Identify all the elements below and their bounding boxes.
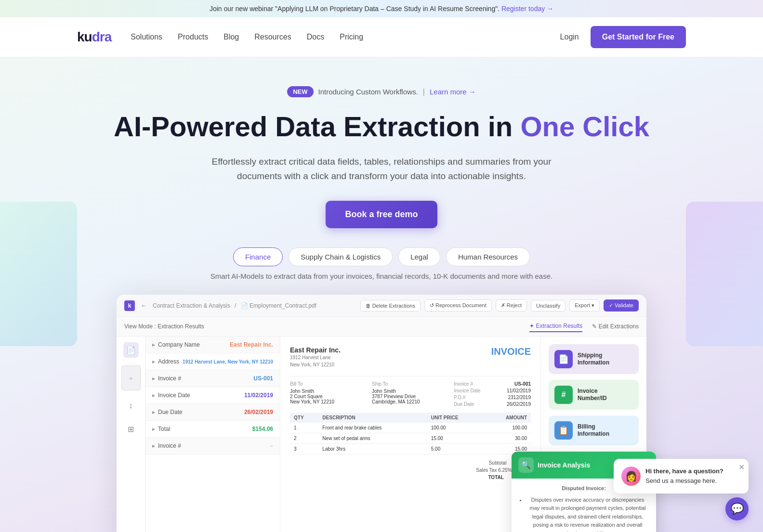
invoice-meta-block: Invoice # US-001 Invoice Date 11/02/2019… <box>454 381 531 407</box>
subtotal-row: Subtotal 145.00 <box>290 459 531 467</box>
row1-qty: 1 <box>290 423 318 433</box>
result-card-billing: 📋 BillingInformation <box>549 415 639 445</box>
nav-links: Solutions Products Blog Resources Docs P… <box>131 33 363 41</box>
invoice-num-label: Invoice # <box>454 381 473 387</box>
tab-supply-chain[interactable]: Supply Chain & Logistics <box>289 247 393 266</box>
sidebar-arrow-icon[interactable]: ↕ <box>123 398 139 414</box>
field-value-invoice-date: 11/02/2019 <box>244 392 273 399</box>
export-btn[interactable]: Export ▾ <box>569 299 600 311</box>
invoice-num-icon: # <box>554 386 573 404</box>
invoice-divider <box>290 376 531 376</box>
col-qty: QTY <box>290 413 318 423</box>
chat-line2: Send us a message here. <box>645 477 717 484</box>
field-value-invoice-id: – <box>270 442 273 449</box>
unclassify-btn[interactable]: Unclassify <box>531 300 566 311</box>
left-sidebar: 📄 ▤ ↕ ⊞ <box>117 337 145 532</box>
heading-main: AI-Powered Data Extraction in <box>114 111 513 142</box>
subtotal-label: Subtotal <box>489 460 507 466</box>
field-value-due-date: 26/02/2019 <box>244 409 273 415</box>
sidebar-layers-icon[interactable]: ⊞ <box>123 421 139 437</box>
learn-more-link[interactable]: Learn more → <box>430 88 476 96</box>
field-label-invoice-id: Invoice # <box>152 442 181 449</box>
card-header: k ← Contract Extraction & Analysis / 📄 E… <box>117 295 646 317</box>
card-subheader: View Mode : Extraction Results ✦ Extract… <box>117 317 646 337</box>
nav-back-icon[interactable]: ← <box>141 302 147 309</box>
due-date-val: 26/02/2019 <box>507 402 531 407</box>
top-banner: Join our new webinar "Applying LLM on Pr… <box>0 0 763 17</box>
field-label-address: Address <box>152 358 179 365</box>
result-card-shipping: 📄 ShippingInformation <box>549 344 639 374</box>
nav-products[interactable]: Products <box>178 33 208 41</box>
result-card-invoice-num: # InvoiceNumber/ID <box>549 380 639 410</box>
nav-blog[interactable]: Blog <box>224 33 239 41</box>
tab-legal[interactable]: Legal <box>398 247 440 266</box>
bill-to-title: Bill To <box>290 381 367 387</box>
tab-finance[interactable]: Finance <box>233 247 283 266</box>
chat-line1: Hi there, have a question? <box>645 467 724 475</box>
analysis-bullet-1: Disputes over invoice accuracy or discre… <box>526 496 649 532</box>
analysis-bullets: Disputes over invoice accuracy or discre… <box>518 496 649 532</box>
invoice-date-label: Invoice Date <box>454 388 481 393</box>
field-value-address: 1912 Harvest Lane, New York, NY 12210 <box>183 359 273 364</box>
due-date-label: Due Date <box>454 402 474 407</box>
ship-to-title: Ship To <box>372 381 449 387</box>
chat-close-button[interactable]: ✕ <box>738 463 745 472</box>
nav-left: kudra Solutions Products Blog Resources … <box>77 29 363 45</box>
tab-edit-extractions[interactable]: ✎ Edit Extractions <box>592 321 639 332</box>
field-label-invoice-num: Invoice # <box>152 375 181 382</box>
extraction-row-total: Total $154.06 <box>145 421 280 438</box>
tab-extraction-results[interactable]: ✦ Extraction Results <box>529 321 582 332</box>
po-val: 2312/2019 <box>508 395 531 400</box>
col-unit-price: UNIT PRICE <box>427 413 484 423</box>
shipping-label: ShippingInformation <box>578 352 609 367</box>
row2-unit: 15.00 <box>427 433 484 444</box>
validate-btn[interactable]: ✓ Validate <box>604 299 639 311</box>
field-label-total: Total <box>152 426 170 432</box>
badge-row: NEW Introducing Custom Workflows. | Lear… <box>77 86 686 97</box>
extraction-row-address: Address 1912 Harvest Lane, New York, NY … <box>145 353 280 370</box>
table-row: 2 New set of pedal arms 15.00 30.00 <box>290 433 531 444</box>
billing-icon: 📋 <box>554 421 573 440</box>
hero-heading: AI-Powered Data Extraction in One Click <box>77 111 686 143</box>
banner-link[interactable]: Register today → <box>501 5 553 13</box>
breadcrumb-2: Employment_Contract.pdf <box>250 302 316 309</box>
book-demo-button[interactable]: Book a free demo <box>326 201 437 228</box>
login-button[interactable]: Login <box>560 33 579 41</box>
hero-subtext: Effortlessly extract critical data field… <box>208 155 555 184</box>
delete-extractions-btn[interactable]: 🗑 Delete Extractions <box>360 300 421 311</box>
col-amount: AMOUNT <box>484 413 531 423</box>
tab-human-resources[interactable]: Human Resources <box>446 247 530 266</box>
invoice-totals: Subtotal 145.00 Sales Tax 6.25% 9.06 TOT… <box>290 459 531 481</box>
sidebar-doc-icon[interactable]: 📄 <box>123 342 139 358</box>
deco-left <box>0 202 77 346</box>
reject-btn[interactable]: ✗ Reject <box>496 299 527 311</box>
new-badge: NEW <box>287 86 313 97</box>
bill-to-block: Bill To John Smith2 Court SquareNew York… <box>290 381 367 407</box>
extraction-row-invoice-date: Invoice Date 11/02/2019 <box>145 387 280 404</box>
nav-docs[interactable]: Docs <box>307 33 324 41</box>
analysis-search-icon: 🔍 <box>518 457 534 473</box>
bill-to-value: John Smith2 Court SquareNew York, NY 122… <box>290 389 367 404</box>
field-label-company: Company Name <box>152 341 200 348</box>
invoice-num-val: US-001 <box>514 381 531 387</box>
breadcrumb-1: Contract Extraction & Analysis <box>153 302 230 309</box>
nav-solutions[interactable]: Solutions <box>131 33 162 41</box>
get-started-button[interactable]: Get Started for Free <box>591 26 686 48</box>
nav-pricing[interactable]: Pricing <box>340 33 363 41</box>
extraction-panel: Company Name East Repair Inc. Address 19… <box>145 337 280 532</box>
field-label-invoice-date: Invoice Date <box>152 392 190 399</box>
extraction-row-due-date: Due Date 26/02/2019 <box>145 404 280 421</box>
chat-fab-button[interactable]: 💬 <box>725 497 749 520</box>
field-value-invoice-num: US-001 <box>253 375 273 382</box>
chat-widget: 👩 Hi there, have a question? Send us a m… <box>614 459 749 493</box>
nav-resources[interactable]: Resources <box>254 33 291 41</box>
reprocess-btn[interactable]: ↺ Reprocess Document <box>424 299 492 311</box>
analysis-title: Invoice Analysis <box>538 461 590 469</box>
row2-amount: 30.00 <box>484 433 531 444</box>
kudra-mini-logo: k <box>124 300 135 311</box>
category-description: Smart AI-Models to extract data from you… <box>77 272 686 280</box>
category-tabs: Finance Supply Chain & Logistics Legal H… <box>77 247 686 266</box>
doc-thumbnail[interactable]: ▤ <box>121 365 141 390</box>
demo-ui-wrapper: k ← Contract Extraction & Analysis / 📄 E… <box>117 295 646 532</box>
invoice-num-label-card: InvoiceNumber/ID <box>578 388 607 402</box>
